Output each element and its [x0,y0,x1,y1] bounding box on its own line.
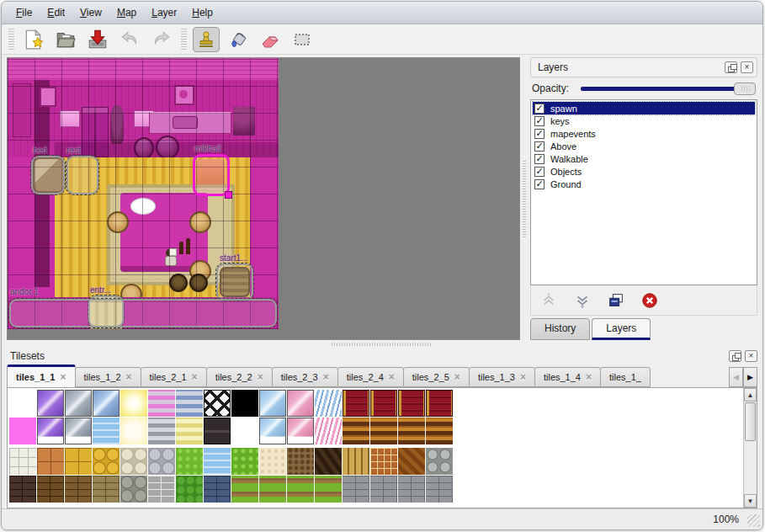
layer-visibility-checkbox[interactable]: ✓ [534,129,545,139]
map-canvas[interactable]: bed rest mikhail start1... entr... andor… [7,57,520,340]
tileset-tab[interactable]: tiles_2_5 × [403,367,470,387]
tile-glass-pink[interactable] [287,390,314,417]
tile-wall-gray[interactable] [343,476,369,503]
close-tab-icon[interactable]: × [258,371,263,383]
tile-logs[interactable] [426,448,453,475]
tile-blank[interactable] [9,390,36,417]
tile-glass-purple[interactable] [37,390,64,417]
tile-carpet-red[interactable] [398,390,425,417]
tile-glass-purple-sm[interactable] [37,418,64,444]
new-map-button[interactable] [20,27,47,52]
tile-blank[interactable] [231,418,258,444]
tile-wall-gray[interactable] [370,476,397,503]
tile-carpet-red[interactable] [370,390,397,417]
close-tab-icon[interactable]: × [60,371,66,383]
tileset-tab[interactable]: tiles_1_4 × [534,367,601,387]
move-layer-up-button[interactable] [539,291,558,310]
tile-planks-dark[interactable] [315,448,342,475]
close-tab-icon[interactable]: × [389,371,395,383]
splitter-grip[interactable] [523,161,526,238]
tile-wall-stone[interactable] [120,476,147,503]
delete-layer-button[interactable] [640,291,659,310]
redo-button[interactable] [148,27,175,52]
tile-planks-v[interactable] [343,448,369,475]
layer-row-spawn[interactable]: ✓ spawn [533,102,755,114]
map-object-bed[interactable] [31,156,65,194]
fill-tool-button[interactable] [225,27,252,52]
tile-palette[interactable] [8,388,743,508]
map-content[interactable]: bed rest mikhail start1... entr... andor… [8,58,279,329]
layer-row-mapevents[interactable]: ✓ mapevents [533,127,755,140]
tileset-tab[interactable]: tiles_1_2 × [75,367,141,387]
tile-grass-path[interactable] [287,476,314,503]
tile-wall-dark[interactable] [9,476,36,503]
duplicate-layer-button[interactable] [607,291,625,310]
map-object-andor[interactable] [9,299,277,327]
tileset-tab[interactable]: tiles_2_2 × [206,367,273,387]
tile-pink[interactable] [9,418,36,444]
close-tab-icon[interactable]: × [192,371,198,383]
menu-help[interactable]: Help [184,3,220,22]
scroll-tabs-left-button[interactable]: ◀ [729,367,743,387]
tile-water2[interactable] [204,448,231,475]
splitter-grip[interactable] [332,343,433,346]
tile-black[interactable] [231,390,258,417]
scroll-up-button[interactable]: ▲ [744,388,757,402]
tile-wall-gray[interactable] [426,476,453,503]
close-panel-icon[interactable]: × [741,61,753,73]
layer-list[interactable]: ✓ spawn ✓ keys ✓ mapevents ✓ Above ✓ W [530,99,757,285]
map-object-start[interactable] [216,263,253,301]
menu-view[interactable]: View [72,3,109,22]
scrollbar-thumb[interactable] [745,402,756,441]
tile-water[interactable] [93,418,120,444]
tile-brick-blue[interactable] [204,476,231,503]
layer-row-walkable[interactable]: ✓ Walkable [533,152,755,165]
tile-dirt[interactable] [287,448,314,475]
opacity-slider-handle[interactable] [734,82,756,95]
tileset-tab[interactable]: tiles_1_ [600,367,651,387]
tile-curtain-pink[interactable] [315,418,342,444]
tile-glass-ltblue-sm[interactable] [259,418,286,444]
rect-select-tool-button[interactable] [289,27,316,52]
layer-visibility-checkbox[interactable]: ✓ [534,179,545,189]
tile-sand[interactable] [259,448,286,475]
layer-visibility-checkbox[interactable]: ✓ [534,104,545,114]
close-tab-icon[interactable]: × [454,371,460,383]
tileset-tab[interactable]: tiles_2_4 × [337,367,404,387]
tile-stripe-wood[interactable] [370,418,397,444]
layer-row-above[interactable]: ✓ Above [533,140,755,152]
tile-stripe-wood[interactable] [343,418,369,444]
toolbar-drag-handle-2[interactable] [181,29,187,51]
tile-grass[interactable] [176,448,203,475]
close-tab-icon[interactable]: × [126,371,132,383]
tile-wall-brown[interactable] [37,476,64,503]
undo-button[interactable] [116,27,143,52]
tile-stone-gray[interactable] [148,448,175,475]
tab-history[interactable]: History [530,318,590,340]
tile-glass-gray-sm[interactable] [65,418,92,444]
tile-glass-blue[interactable] [93,390,120,417]
tile-glow-pale[interactable] [120,418,147,444]
layer-visibility-checkbox[interactable]: ✓ [534,154,545,164]
tile-sign[interactable] [204,418,231,444]
tileset-tab[interactable]: tiles_2_3 × [272,367,338,387]
tile-stone-yellow[interactable] [93,448,120,475]
tileset-tab[interactable]: tiles_1_3 × [469,367,535,387]
menu-layer[interactable]: Layer [144,3,184,22]
map-object-mikhail-selected[interactable] [193,154,230,196]
float-panel-icon[interactable] [729,350,741,362]
opacity-slider[interactable] [581,82,756,95]
layer-row-keys[interactable]: ✓ keys [533,114,755,127]
tile-wall-mud[interactable] [65,476,92,503]
tile-stripe-pink[interactable] [148,390,175,417]
map-object-rest[interactable] [66,156,98,194]
tile-glass-pink-sm[interactable] [287,418,314,444]
float-panel-icon[interactable] [725,61,737,73]
tile-grass-path[interactable] [259,476,286,503]
tile-wall-gray[interactable] [398,476,425,503]
tile-brick-weave[interactable] [370,448,397,475]
tile-stripe-blue[interactable] [176,390,203,417]
scrollbar-track[interactable] [744,442,757,494]
move-layer-down-button[interactable] [573,291,592,310]
layer-visibility-checkbox[interactable]: ✓ [534,141,545,152]
